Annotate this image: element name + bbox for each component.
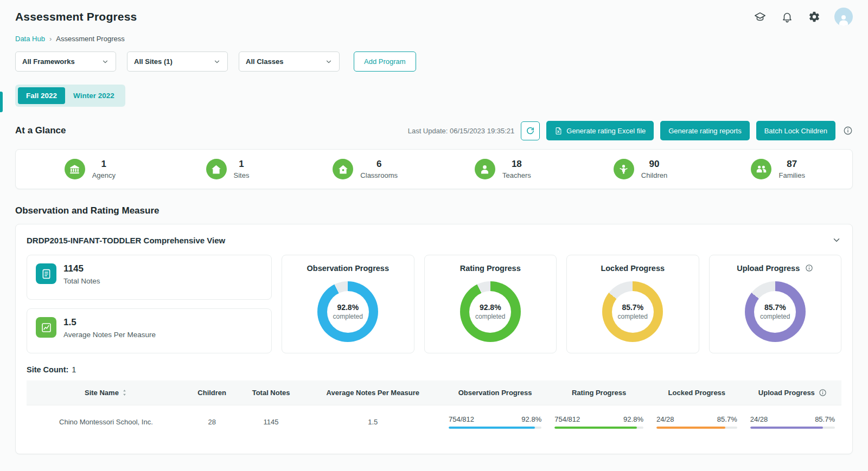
user-avatar[interactable]	[834, 8, 853, 26]
topbar-icons	[739, 8, 853, 26]
stat-classrooms: 6 Classrooms	[296, 159, 434, 179]
generate-excel-button[interactable]: Generate rating Excel file	[546, 121, 654, 140]
upload-progress-bar	[750, 427, 835, 429]
site-count: Site Count:1	[27, 365, 841, 374]
top-bar: Assessment Progress	[15, 0, 853, 26]
breadcrumb-current: Assessment Progress	[56, 35, 124, 43]
donut-subtext: completed	[618, 313, 648, 320]
stat-label: Teachers	[502, 171, 531, 179]
breadcrumb-data-hub[interactable]: Data Hub	[15, 35, 45, 43]
glance-actions: Last Update: 06/15/2023 19:35:21 Generat…	[408, 121, 853, 140]
classes-select[interactable]: All Classes	[239, 51, 340, 72]
sort-icon[interactable]	[122, 389, 127, 396]
child-icon	[614, 159, 634, 179]
framework-card-body: 1145 Total Notes 1.5 Average Notes Per M…	[27, 255, 841, 353]
site-count-label: Site Count:	[27, 365, 68, 374]
sites-select-value: All Sites (1)	[134, 57, 173, 66]
progress-percent: 85.7%	[815, 415, 835, 423]
average-notes-label: Average Notes Per Measure	[63, 331, 156, 339]
progress-fraction: 24/28	[750, 415, 768, 423]
info-icon[interactable]	[805, 264, 813, 272]
chevron-down-icon[interactable]	[832, 235, 841, 245]
excel-file-icon	[554, 127, 563, 135]
classroom-home-icon	[333, 159, 353, 179]
generate-reports-button[interactable]: Generate rating reports	[660, 121, 749, 140]
column-observation-progress: Observation Progress	[442, 380, 548, 405]
locked-progress-card: Locked Progress 85.7% completed	[566, 255, 699, 353]
active-tab-accent-bar	[0, 92, 3, 112]
cell-locked-progress: 24/28 85.7%	[650, 405, 744, 439]
cell-average-notes: 1.5	[304, 405, 442, 439]
chevron-down-icon	[325, 58, 333, 66]
stat-sites: 1 Sites	[159, 159, 297, 179]
generate-excel-label: Generate rating Excel file	[566, 127, 646, 135]
info-icon[interactable]	[819, 389, 827, 397]
stat-value: 1	[92, 159, 116, 170]
stat-label: Sites	[234, 171, 250, 179]
rating-progress-donut: 92.8% completed	[460, 281, 521, 342]
upload-progress-donut: 85.7% completed	[745, 281, 806, 342]
frameworks-select[interactable]: All Frameworks	[15, 51, 116, 72]
framework-card-header[interactable]: DRDP2015-INFANT-TODDLER Comprehensive Vi…	[27, 235, 841, 245]
framework-card: DRDP2015-INFANT-TODDLER Comprehensive Vi…	[15, 224, 853, 454]
batch-lock-children-button[interactable]: Batch Lock Children	[756, 121, 835, 140]
progress-fraction: 754/812	[554, 415, 580, 423]
observation-progress-bar	[449, 427, 541, 429]
tab-fall-2022[interactable]: Fall 2022	[18, 87, 65, 104]
donut-title: Upload Progress	[715, 264, 836, 273]
stat-value: 18	[502, 159, 531, 170]
rating-progress-bar	[554, 427, 643, 429]
column-locked-progress: Locked Progress	[650, 380, 744, 405]
observation-progress-card: Observation Progress 92.8% completed	[282, 255, 414, 353]
chevron-down-icon	[101, 58, 109, 66]
stat-value: 90	[641, 159, 667, 170]
donut-percent: 85.7%	[622, 303, 643, 312]
info-icon[interactable]	[843, 126, 853, 136]
stat-label: Classrooms	[360, 171, 398, 179]
add-program-button[interactable]: Add Program	[354, 51, 416, 72]
person-icon	[475, 159, 495, 179]
gear-icon[interactable]	[808, 11, 820, 23]
progress-percent: 92.8%	[521, 415, 541, 423]
stat-teachers: 18 Teachers	[434, 159, 572, 179]
stat-value: 1	[234, 159, 250, 170]
chevron-down-icon	[213, 58, 221, 66]
column-site-name[interactable]: Site Name	[27, 380, 186, 405]
donut-subtext: completed	[333, 313, 363, 320]
graduation-cap-icon[interactable]	[754, 11, 766, 23]
cell-upload-progress: 24/28 85.7%	[744, 405, 841, 439]
observation-section-title: Observation and Rating Measure	[15, 205, 853, 216]
tab-winter-2022[interactable]: Winter 2022	[65, 87, 123, 104]
refresh-button[interactable]	[521, 121, 540, 140]
cell-rating-progress: 754/812 92.8%	[548, 405, 650, 439]
framework-card-title: DRDP2015-INFANT-TODDLER Comprehensive Vi…	[27, 236, 225, 245]
filter-bar: All Frameworks All Sites (1) All Classes…	[15, 51, 853, 72]
progress-fraction: 754/812	[449, 415, 474, 423]
column-total-notes: Total Notes	[239, 380, 304, 405]
donut-title: Observation Progress	[288, 264, 409, 273]
stat-label: Agency	[92, 171, 116, 179]
total-notes-card: 1145 Total Notes	[27, 255, 272, 300]
sites-select[interactable]: All Sites (1)	[127, 51, 228, 72]
frameworks-select-value: All Frameworks	[22, 57, 75, 66]
page-title: Assessment Progress	[15, 10, 137, 23]
stat-label: Children	[641, 171, 667, 179]
breadcrumb: Data Hub › Assessment Progress	[15, 35, 853, 43]
bell-icon[interactable]	[781, 11, 793, 23]
at-a-glance-header: At a Glance Last Update: 06/15/2023 19:3…	[15, 121, 853, 140]
classes-select-value: All Classes	[246, 57, 283, 66]
stat-value: 87	[778, 159, 805, 170]
donut-percent: 92.8%	[480, 303, 501, 312]
average-notes-value: 1.5	[63, 317, 156, 328]
last-update-text: Last Update: 06/15/2023 19:35:21	[408, 127, 515, 135]
at-a-glance-title: At a Glance	[15, 125, 66, 136]
table-row: Chino Montessori School, Inc. 28 1145 1.…	[27, 405, 841, 439]
stat-value: 6	[360, 159, 398, 170]
donut-percent: 92.8%	[337, 303, 359, 312]
locked-progress-donut: 85.7% completed	[602, 281, 663, 342]
progress-percent: 85.7%	[717, 415, 737, 423]
home-icon	[206, 159, 227, 179]
donut-title: Locked Progress	[572, 264, 693, 273]
breadcrumb-separator: ›	[49, 35, 52, 43]
column-rating-progress: Rating Progress	[548, 380, 650, 405]
